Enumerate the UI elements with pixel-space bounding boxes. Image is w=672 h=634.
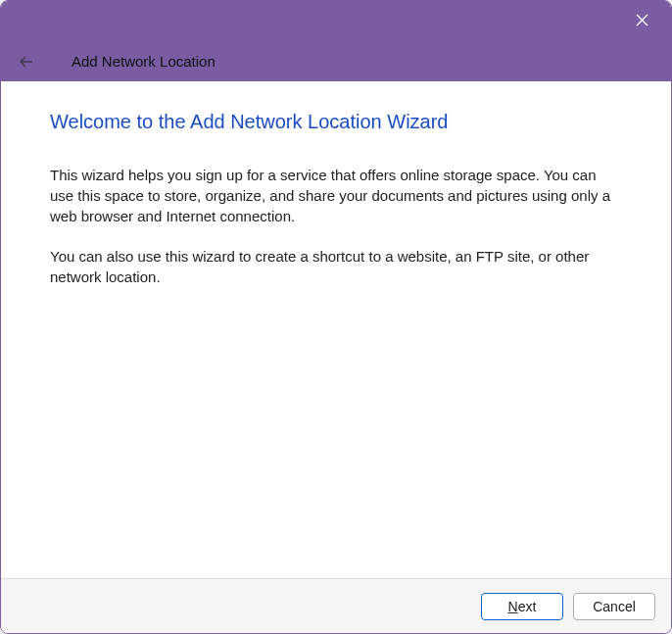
page-heading: Welcome to the Add Network Location Wiza… [50, 111, 622, 133]
close-button[interactable] [622, 7, 661, 36]
back-button [15, 52, 38, 75]
intro-paragraph-2: You can also use this wizard to create a… [50, 246, 622, 287]
close-icon [636, 13, 648, 30]
titlebar: Add Network Location [1, 1, 671, 81]
cancel-button[interactable]: Cancel [573, 593, 655, 620]
intro-paragraph-1: This wizard helps you sign up for a serv… [50, 165, 622, 226]
next-button[interactable]: Next [481, 593, 563, 620]
wizard-window: Add Network Location Welcome to the Add … [0, 0, 672, 634]
wizard-footer: Next Cancel [1, 578, 671, 633]
wizard-content: Welcome to the Add Network Location Wiza… [1, 81, 671, 578]
back-arrow-icon [19, 54, 34, 73]
window-title: Add Network Location [72, 53, 216, 70]
